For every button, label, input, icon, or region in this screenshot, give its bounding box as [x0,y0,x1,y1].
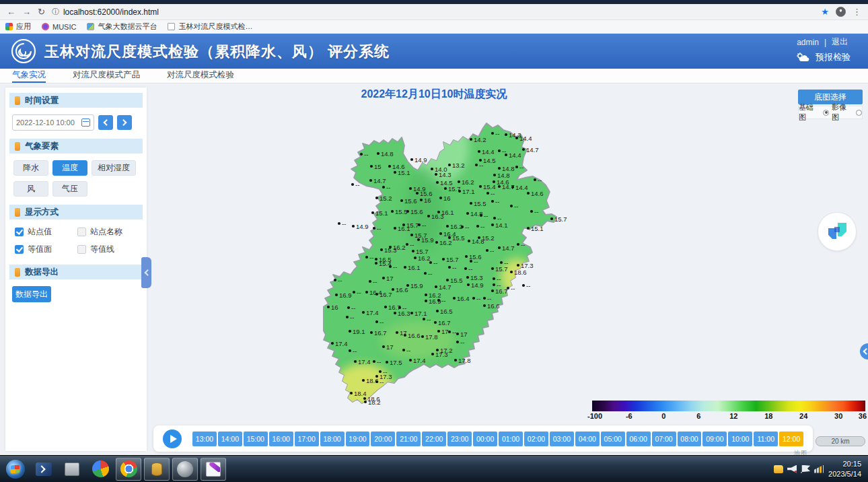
back-icon[interactable]: ← [7,7,15,16]
time-cell-22:00[interactable]: 22:00 [422,432,446,446]
forward-icon[interactable]: → [22,7,31,16]
bookmark-label: 应用 [16,22,31,32]
tab-对流尺度模式检验[interactable]: 对流尺度模式检验 [167,69,234,83]
taskbar-clock[interactable]: 20:15 2023/5/14 [828,459,861,479]
section-marker-icon [15,142,20,151]
element-button-温度[interactable]: 温度 [52,160,87,176]
datetime-input[interactable]: 2022-12-10 10:00 [12,114,94,131]
browser-ball-icon[interactable] [87,458,113,481]
tab-对流尺度模式产品[interactable]: 对流尺度模式产品 [73,69,140,83]
element-button-风[interactable]: 风 [13,181,48,197]
bookmark-item[interactable]: 气象大数据云平台 [87,22,157,32]
checkbox-icon[interactable] [77,245,86,254]
time-cell-14:00[interactable]: 14:00 [218,432,242,446]
time-cell-01:00[interactable]: 01:00 [499,432,523,446]
svg-text:16.2: 16.2 [439,239,452,246]
volume-muted-icon[interactable] [787,465,797,473]
url-field[interactable]: ⓘ localhost:62000/index.html [52,7,814,17]
display-option-站点名称[interactable]: 站点名称 [77,226,137,238]
forecast-check-entry[interactable]: 预报检验 [796,51,851,63]
temperature-map[interactable]: 14.2--14.314.414.714.4--14.414.5--14.8--… [323,108,592,431]
logout-link[interactable]: 退出 [832,36,848,48]
bookmark-star-icon[interactable]: ★ [821,7,829,17]
time-cell-04:00[interactable]: 04:00 [575,432,600,446]
tray-icons [774,465,824,473]
time-cell-02:00[interactable]: 02:00 [524,432,548,446]
flag-icon[interactable] [801,465,810,473]
prev-time-button[interactable] [98,115,113,130]
time-cell-13:00[interactable]: 13:00 [192,432,217,446]
element-button-气压[interactable]: 气压 [52,181,87,197]
display-option-等值线[interactable]: 等值线 [77,244,137,255]
next-time-button[interactable] [117,115,132,130]
sidebar-collapse-tab[interactable] [141,257,151,288]
svg-text:15.7: 15.7 [554,215,567,223]
tab-气象实况[interactable]: 气象实况 [12,69,46,83]
time-cell-17:00[interactable]: 17:00 [295,432,319,446]
network-icon[interactable] [814,465,824,473]
bookmark-item[interactable]: 应用 [5,22,31,32]
editor-icon[interactable] [201,458,226,481]
checkbox-icon[interactable] [15,245,24,254]
svg-text:--: -- [538,176,542,184]
time-row: 2022-12-10 10:00 [9,113,143,139]
svg-text:15.5: 15.5 [474,200,486,207]
time-cell-21:00[interactable]: 21:00 [396,432,421,446]
vendor-logo-icon [826,221,848,242]
time-cell-15:00[interactable]: 15:00 [244,432,268,446]
svg-text:14.9: 14.9 [414,156,427,164]
bookmark-item[interactable]: 玉林对流尺度模式检… [168,22,252,32]
time-cell-10:00[interactable]: 10:00 [728,432,752,446]
time-cell-23:00[interactable]: 23:00 [447,432,472,446]
powershell-icon[interactable] [31,458,57,481]
checkbox-icon[interactable] [15,228,24,236]
globe-icon[interactable] [172,458,198,481]
display-option-站点值[interactable]: 站点值 [15,226,75,238]
time-cell-07:00[interactable]: 07:00 [652,432,676,446]
element-button-相对湿度[interactable]: 相对湿度 [92,160,136,176]
profile-avatar[interactable] [836,7,846,17]
time-cell-20:00[interactable]: 20:00 [371,432,395,446]
time-cell-12:00[interactable]: 12:00 [779,432,803,446]
svg-text:14.1: 14.1 [495,221,508,229]
time-cell-16:00[interactable]: 16:00 [269,432,293,446]
svg-text:14.5: 14.5 [483,157,496,164]
checkbox-icon[interactable] [77,228,86,236]
export-data-button[interactable]: 数据导出 [12,286,51,302]
radio-基础图[interactable] [823,110,829,116]
browser-menu-icon[interactable]: ⋮ [853,7,861,16]
tray-app-icon[interactable] [774,465,783,473]
time-cell-09:00[interactable]: 09:00 [702,432,727,446]
svg-text:17.4: 17.4 [413,357,426,364]
time-cell-00:00[interactable]: 00:00 [473,432,497,446]
element-button-降水[interactable]: 降水 [13,160,48,176]
right-panel-toggle[interactable] [860,343,868,359]
database-tool-icon[interactable] [144,458,170,481]
calendar-icon[interactable] [81,118,90,127]
svg-text:--: -- [521,241,525,248]
time-cell-05:00[interactable]: 05:00 [601,432,625,446]
map-vendor-logo[interactable] [818,212,857,251]
start-orb [6,460,25,479]
time-cell-06:00[interactable]: 06:00 [626,432,651,446]
colorbar-tick: 0 [661,412,665,420]
radio-影像图[interactable] [856,110,862,116]
computer-icon[interactable] [59,458,85,481]
globe-icon [177,461,193,477]
colorbar-tick: -6 [626,412,632,420]
time-cell-11:00[interactable]: 11:00 [754,432,778,446]
play-button[interactable] [163,429,182,448]
section-marker-icon [15,268,20,277]
chrome-icon[interactable] [116,458,141,481]
bookmark-item[interactable]: MUSIC [42,23,76,31]
time-cell-18:00[interactable]: 18:00 [320,432,345,446]
svg-text:--: -- [526,282,530,289]
site-info-icon[interactable]: ⓘ [52,7,59,17]
start-orb[interactable] [3,458,28,481]
display-option-等值面[interactable]: 等值面 [15,244,75,255]
time-cell-03:00[interactable]: 03:00 [550,432,574,446]
time-cell-19:00[interactable]: 19:00 [346,432,370,446]
time-cell-08:00[interactable]: 08:00 [678,432,702,446]
svg-text:14.7: 14.7 [526,146,539,153]
reload-icon[interactable]: ↻ [38,7,45,16]
